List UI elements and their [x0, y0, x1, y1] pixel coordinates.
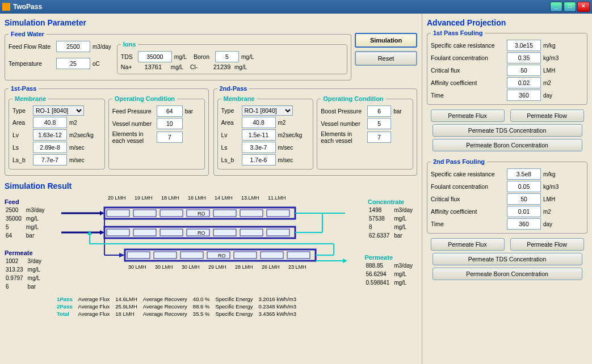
f2-ac-input[interactable]	[507, 206, 541, 217]
p2-lv-input[interactable]	[242, 129, 276, 141]
p2-vn-label: Vessel number	[321, 120, 365, 127]
p2-area-unit: m2	[278, 120, 286, 126]
concentrate-heading: Concentrate	[368, 198, 417, 205]
svg-text:14 LMH: 14 LMH	[215, 195, 233, 201]
p1-fp-input[interactable]	[157, 105, 183, 117]
f1-permeate-flux-button[interactable]: Permeate Flux	[431, 109, 505, 122]
f2-permeate-tds-button[interactable]: Permeate TDS Concentration	[433, 253, 582, 265]
simulation-button[interactable]: Simulation	[355, 33, 417, 48]
svg-rect-22	[160, 210, 183, 217]
permeate1-values: 10023/day313.23mg/L0.9797mg/L6bar	[5, 256, 46, 291]
foul2-group: 2nd Pass Fouling Specific cake resistanc…	[427, 158, 587, 234]
second-pass-legend: 2nd-Pass	[217, 85, 250, 92]
feed-water-legend: Feed Water	[9, 31, 47, 37]
f1-fc-input[interactable]	[507, 52, 541, 64]
p2-ev-input[interactable]	[367, 132, 391, 143]
svg-text:16 LMH: 16 LMH	[188, 195, 206, 201]
svg-text:30 LMH: 30 LMH	[155, 264, 173, 270]
p1-lsb-unit: m/sec	[69, 157, 85, 163]
f2-permeate-flux-button[interactable]: Permeate Flux	[431, 238, 505, 251]
sim-param-heading: Simulation Parameter	[5, 18, 417, 27]
p2-bp-input[interactable]	[367, 105, 391, 117]
f2-fc-input[interactable]	[507, 181, 541, 192]
f1-cf-label: Critical flux	[431, 67, 505, 74]
f2-permeate-boron-button[interactable]: Permeate Boron Concentration	[433, 268, 582, 280]
p1-ls-label: Ls	[12, 144, 31, 151]
p2-area-label: Area	[221, 119, 240, 126]
svg-rect-32	[240, 229, 263, 236]
p2-lsb-label: Ls_b	[221, 156, 240, 163]
p1-lv-input[interactable]	[33, 129, 67, 141]
f1-t-input[interactable]	[507, 90, 541, 101]
minimize-button[interactable]: _	[550, 2, 562, 12]
na-value: 13761	[138, 64, 169, 70]
f2-t-input[interactable]	[507, 218, 541, 230]
f1-t-unit: day	[543, 92, 552, 99]
svg-text:RO: RO	[218, 253, 226, 259]
p1-area-input[interactable]	[33, 117, 67, 128]
svg-rect-33	[267, 229, 289, 236]
window-title: TwoPass	[13, 3, 42, 11]
p2-type-select[interactable]: RO-1 [8040]	[242, 105, 293, 116]
second-pass-group: 2nd-Pass Membrane TypeRO-1 [8040] Aream2…	[213, 85, 418, 176]
foul1-group: 1st Pass Fouling Specific cake resistanc…	[427, 29, 587, 105]
p2-lsb-input[interactable]	[242, 154, 276, 166]
f1-permeate-boron-button[interactable]: Permeate Boron Concentration	[433, 139, 582, 151]
svg-rect-47	[234, 252, 257, 259]
svg-rect-43	[127, 252, 150, 259]
svg-rect-20	[107, 210, 129, 217]
p1-ev-input[interactable]	[157, 132, 183, 143]
f2-permeate-flow-button[interactable]: Permeate Flow	[510, 238, 584, 251]
cl-unit: mg/L	[234, 64, 247, 70]
f1-scr-label: Specific cake resistance	[431, 42, 505, 49]
f1-permeate-flow-button[interactable]: Permeate Flow	[510, 109, 584, 122]
f1-ac-unit: m2	[543, 80, 551, 86]
svg-rect-29	[160, 229, 183, 236]
tds-unit: mg/L	[174, 54, 187, 60]
boron-input[interactable]	[215, 51, 239, 62]
p1-membrane: Membrane TypeRO-1 [8040] Aream2 Lvm2sec/…	[9, 95, 105, 170]
reset-button[interactable]: Reset	[355, 51, 417, 66]
svg-text:19 LMH: 19 LMH	[135, 195, 153, 201]
p1-type-select[interactable]: RO-1 [8040]	[33, 105, 84, 116]
f1-permeate-tds-button[interactable]: Permeate TDS Concentration	[433, 124, 582, 137]
cl-value: 21239	[212, 64, 232, 70]
feed-temp-unit: oC	[93, 61, 100, 67]
f2-scr-unit: m/kg	[543, 171, 556, 177]
p1-lsb-input[interactable]	[33, 154, 67, 166]
p1-vn-input[interactable]	[157, 118, 183, 129]
svg-rect-25	[240, 210, 263, 217]
result-diagram: 20 LMH19 LMH18 LMH16 LMH14 LMH13.LMH11.L…	[5, 193, 417, 295]
maximize-button[interactable]: □	[564, 2, 576, 12]
close-button[interactable]: ×	[577, 2, 590, 12]
feed-flow-input[interactable]	[56, 41, 90, 52]
feed-temp-input[interactable]	[56, 58, 90, 69]
p1-ev-label: Elements in each vessel	[112, 130, 154, 144]
p2-vn-input[interactable]	[367, 118, 391, 129]
f2-fc-unit: kg/m3	[543, 184, 559, 190]
svg-text:30 LMH: 30 LMH	[128, 264, 146, 270]
f2-scr-input[interactable]	[507, 168, 541, 180]
f2-cf-input[interactable]	[507, 193, 541, 205]
p1-area-label: Area	[12, 119, 31, 126]
p1-ls-input[interactable]	[33, 142, 67, 153]
f1-ac-input[interactable]	[507, 77, 541, 88]
svg-text:RO: RO	[198, 211, 205, 217]
feed-temp-label: Temperature	[9, 60, 54, 67]
svg-text:29 LMH: 29 LMH	[208, 264, 226, 270]
p1-vn-label: Vessel number	[112, 120, 154, 127]
p2-area-input[interactable]	[242, 117, 276, 128]
p1-lv-unit: m2sec/kg	[69, 132, 94, 138]
f1-cf-input[interactable]	[507, 65, 541, 76]
na-unit: mg/L	[171, 64, 183, 70]
svg-rect-49	[287, 252, 310, 259]
svg-rect-44	[154, 252, 177, 259]
f1-fc-unit: kg/m3	[543, 55, 559, 61]
svg-text:23 LMH: 23 LMH	[288, 264, 307, 270]
p2-ls-input[interactable]	[242, 142, 276, 153]
permeate2-values: 888.85m3/day56.6294mg/L0.598841mg/L	[364, 261, 417, 287]
tds-input[interactable]	[138, 51, 172, 62]
svg-text:28 LMH: 28 LMH	[235, 264, 253, 270]
f1-scr-input[interactable]	[507, 40, 541, 51]
sim-result-heading: Simulation Result	[5, 181, 417, 191]
